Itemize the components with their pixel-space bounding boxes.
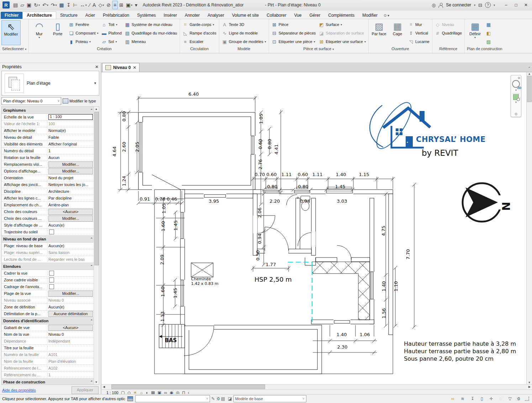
properties-close-icon[interactable]: ✕ xyxy=(95,64,99,69)
grid-button[interactable]: #Quadrillage xyxy=(434,29,463,37)
property-value[interactable]: <Aucun> xyxy=(48,208,94,215)
property-checkbox[interactable] xyxy=(49,277,54,282)
exclude-hidden-icon[interactable]: ≋ xyxy=(461,396,464,401)
roof-button[interactable]: ⌂Toit▾ xyxy=(100,20,123,29)
tag-room-button[interactable]: ⊡Etiqueter une pièce▾ xyxy=(270,37,317,46)
worksets-icon[interactable] xyxy=(127,396,133,401)
design-options-icon[interactable]: ✎ xyxy=(211,396,215,401)
area-button[interactable]: ◩Surface▾ xyxy=(317,20,367,29)
property-value[interactable]: Niveau 0 xyxy=(48,331,94,338)
v-scroll-thumb[interactable] xyxy=(527,76,532,102)
print-icon[interactable]: ▦ xyxy=(58,1,65,9)
mullion-button[interactable]: ▥Meneau xyxy=(123,37,178,46)
open-icon[interactable]: ▱ xyxy=(19,1,25,9)
property-value[interactable]: A101 xyxy=(48,351,94,358)
property-button[interactable]: Modifier... xyxy=(48,291,93,297)
horizontal-scrollbar[interactable]: ◀ ▶ xyxy=(101,384,532,389)
save-icon[interactable]: ▣ xyxy=(26,1,32,9)
property-value[interactable]: Modifier... xyxy=(48,168,94,174)
property-value[interactable] xyxy=(48,277,94,283)
exclude-options-icon[interactable]: ◪ xyxy=(228,396,232,401)
text-3d-button[interactable]: ATexte 3D xyxy=(221,20,267,29)
modify-button[interactable]: ⇖ Modifier xyxy=(1,20,21,45)
sync-icon[interactable]: ↻▾ xyxy=(33,1,41,9)
property-checkbox[interactable] xyxy=(49,271,54,276)
scroll-up-icon[interactable]: ▲ xyxy=(527,72,532,75)
collapse-icon[interactable]: ⌃ xyxy=(90,237,92,241)
worksets-combo[interactable]: ˅ xyxy=(135,395,210,402)
properties-scrollbar[interactable]: ▲ ▼ xyxy=(94,107,99,385)
property-button[interactable]: Aucune délimitation xyxy=(48,311,93,317)
tab-ins-rer[interactable]: Insérer xyxy=(160,12,181,19)
wheel-dropdown-icon[interactable]: ▾ xyxy=(515,89,517,92)
property-value[interactable]: 1 : 100 xyxy=(48,114,94,120)
wall-button[interactable]: ◠ Mur▾ xyxy=(30,20,48,39)
zoom-dropdown-icon[interactable]: ▾ xyxy=(515,101,517,104)
section-header[interactable]: Etendues⌃ xyxy=(2,263,94,270)
export-pdf-icon[interactable]: ↧ xyxy=(65,1,72,9)
tab-collaborer[interactable]: Collaborer xyxy=(263,12,290,19)
property-value[interactable]: <Aucun> xyxy=(48,324,94,331)
steering-wheel-2d-icon[interactable]: 2D xyxy=(512,80,520,88)
search-icon[interactable]: ◎ xyxy=(432,2,436,8)
property-button[interactable]: Modifier... xyxy=(48,168,93,174)
property-value[interactable]: Afficher l'original xyxy=(48,141,94,147)
select-group-label[interactable]: Sélectionner ▾ xyxy=(0,47,28,53)
collapse-icon[interactable]: ⌃ xyxy=(90,265,92,268)
measure-dropdown-icon[interactable]: ▾ xyxy=(85,4,87,7)
property-value[interactable]: Aucun(e) xyxy=(48,304,94,310)
property-checkbox[interactable] xyxy=(49,284,54,289)
property-value[interactable]: 1 xyxy=(48,372,94,378)
minimize-button[interactable]: – xyxy=(501,2,511,7)
navbar-close-icon[interactable]: ⊗ xyxy=(517,76,520,80)
sign-in-link[interactable]: Se connecter xyxy=(446,2,471,7)
h-scroll-thumb[interactable] xyxy=(111,385,265,389)
redo-dropdown-icon[interactable]: ▾ xyxy=(55,4,57,7)
floor-plan-canvas[interactable]: 6.400.910.780.463.950.700.601.110.601.11… xyxy=(101,72,526,384)
scroll-up-icon[interactable]: ▲ xyxy=(94,107,99,111)
collapse-icon[interactable]: ⌃ xyxy=(90,319,92,323)
property-value[interactable]: Nord du projet xyxy=(48,175,94,181)
close-button[interactable]: ✕ xyxy=(521,2,531,7)
property-value[interactable]: Nettoyer toutes les jo... xyxy=(48,181,94,188)
ramp-button[interactable]: ◺Rampe d'accès xyxy=(181,29,217,37)
room-separator-button[interactable]: ⊟Séparateur de pièces xyxy=(270,29,317,37)
wall-opening-button[interactable]: ⌗Mur xyxy=(407,20,431,29)
help-dropdown-icon[interactable]: ▾ xyxy=(494,4,495,7)
property-value[interactable] xyxy=(48,345,94,351)
property-value[interactable]: Aucun(e) xyxy=(48,243,94,249)
tab-collapse-icon[interactable]: ⌃ xyxy=(528,67,531,72)
tab-pr-fabrication[interactable]: Préfabrication xyxy=(99,12,133,19)
floor-button[interactable]: ▱Sol▾ xyxy=(100,37,123,46)
close-inactive-views-icon[interactable]: ⊞ xyxy=(118,1,125,9)
property-value[interactable]: Arrière-plan xyxy=(48,202,94,208)
tab-g-rer[interactable]: Gérer xyxy=(306,12,325,19)
navbar-minimize-icon[interactable]: ⊖ xyxy=(515,112,517,116)
tab-annoter[interactable]: Annoter xyxy=(181,12,204,19)
type-selector[interactable]: Plan d'étage ▼ xyxy=(1,71,99,96)
drag-elements-icon[interactable]: ✛ xyxy=(489,396,493,401)
property-value[interactable]: Modifier... xyxy=(48,290,94,297)
properties-help-link[interactable]: Aide des propriétés xyxy=(2,388,36,392)
property-value[interactable]: Sans liaison xyxy=(48,249,94,256)
scrollbar-thumb[interactable] xyxy=(94,112,99,265)
view-tab-close-icon[interactable]: ✕ xyxy=(133,65,136,70)
measure-icon[interactable]: ↔▾ xyxy=(79,1,88,9)
collapse-icon[interactable]: ⌃ xyxy=(90,380,92,384)
edit-type-button[interactable]: Modifier le type xyxy=(63,99,96,104)
tab-acier[interactable]: Acier xyxy=(81,12,99,19)
model-group-button[interactable]: ▣Groupe de modèles▾ xyxy=(221,37,267,46)
property-button[interactable]: Modifier... xyxy=(48,161,93,168)
design-option-combo[interactable]: Modèle de base˅ xyxy=(233,395,306,402)
view-tab-niveau-0[interactable]: Niveau 0 ✕ xyxy=(102,63,139,72)
property-value[interactable]: Modifier... xyxy=(48,161,94,168)
tab-volume-et-site[interactable]: Volume et site xyxy=(228,12,263,19)
property-value[interactable]: Architecture xyxy=(48,188,94,195)
text-icon[interactable]: A xyxy=(91,1,97,9)
room-area-group-label[interactable]: Pièce et surface ▾ xyxy=(269,47,368,53)
property-value[interactable]: Plan d'élévation xyxy=(48,358,94,365)
link-select-icon[interactable]: ∞ xyxy=(451,396,454,401)
property-value[interactable]: 1 xyxy=(48,148,94,154)
apply-button[interactable]: Appliquer xyxy=(72,386,99,394)
property-value[interactable]: Aucun xyxy=(48,154,94,161)
